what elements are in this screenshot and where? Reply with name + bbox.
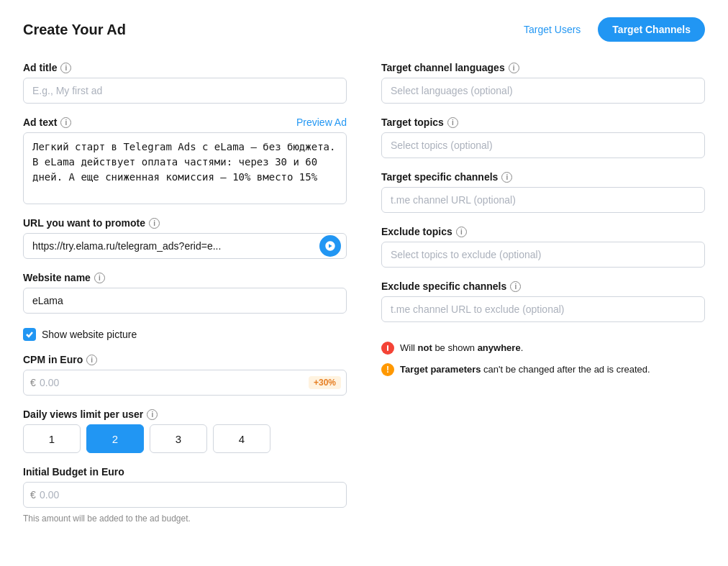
- warning-row-2: ! Target parameters can't be changed aft…: [381, 362, 705, 377]
- specific-channels-group: Target specific channels i: [381, 171, 705, 213]
- specific-channels-label: Target specific channels i: [381, 171, 705, 183]
- ad-text-textarea[interactable]: Легкий старт в Telegram Ads с eLama — бе…: [23, 132, 347, 204]
- url-input[interactable]: [23, 233, 347, 259]
- initial-budget-input[interactable]: [23, 482, 347, 508]
- website-name-label: Website name i: [23, 272, 347, 283]
- budget-helper-text: This amount will be added to the ad budg…: [23, 513, 347, 524]
- website-name-info-icon: i: [94, 273, 105, 283]
- website-name-input[interactable]: [23, 288, 347, 314]
- show-picture-row: Show website picture: [23, 328, 347, 341]
- budget-euro-prefix: €: [30, 489, 36, 501]
- target-topics-group: Target topics i: [381, 117, 705, 158]
- cpm-badge: +30%: [309, 376, 341, 389]
- target-channels-button[interactable]: Target Channels: [598, 17, 705, 42]
- exclude-channels-group: Exclude specific channels i: [381, 280, 705, 322]
- target-users-button[interactable]: Target Users: [515, 18, 589, 41]
- cpm-label: CPM in Euro i: [23, 354, 347, 365]
- warning-block: Will not be shown anywhere. ! Target par…: [381, 341, 705, 376]
- target-topics-label: Target topics i: [381, 117, 705, 128]
- header-buttons: Target Users Target Channels: [515, 17, 705, 42]
- url-navigate-icon[interactable]: [319, 235, 341, 257]
- cpm-euro-prefix: €: [30, 377, 36, 388]
- show-picture-label: Show website picture: [42, 329, 137, 340]
- cpm-input[interactable]: [23, 370, 347, 396]
- ad-text-info-icon: i: [60, 117, 71, 128]
- specific-channels-input[interactable]: [381, 187, 705, 213]
- channel-lang-label: Target channel languages i: [381, 62, 705, 73]
- cpm-wrapper: € +30%: [23, 370, 347, 396]
- target-topics-info-icon: i: [447, 117, 458, 128]
- exclude-channels-input[interactable]: [381, 296, 705, 322]
- warning-orange-icon: !: [381, 363, 394, 376]
- ad-text-group: Ad text i Preview Ad Легкий старт в Tele…: [23, 117, 347, 204]
- ad-text-label-row: Ad text i Preview Ad: [23, 117, 347, 128]
- ad-title-group: Ad title i: [23, 62, 347, 104]
- main-layout: Ad title i Ad text i Preview Ad Легкий с…: [23, 62, 705, 524]
- channel-lang-info-icon: i: [509, 63, 519, 73]
- page-title: Create Your Ad: [23, 22, 126, 38]
- initial-budget-group: Initial Budget in Euro € This amount wil…: [23, 466, 347, 524]
- views-limit-buttons: 1 2 3 4: [23, 424, 347, 453]
- channel-lang-input[interactable]: [381, 78, 705, 104]
- cpm-info-icon: i: [86, 355, 97, 365]
- exclude-topics-group: Exclude topics i: [381, 226, 705, 268]
- website-name-group: Website name i: [23, 272, 347, 314]
- ad-title-input[interactable]: [23, 78, 347, 104]
- views-limit-label: Daily views limit per user i: [23, 408, 347, 420]
- ad-text-label: Ad text i: [23, 117, 71, 128]
- cpm-group: CPM in Euro i € +30%: [23, 354, 347, 396]
- url-group: URL you want to promote i: [23, 217, 347, 259]
- exclude-topics-label: Exclude topics i: [381, 226, 705, 237]
- url-info-icon: i: [149, 218, 160, 229]
- page-header: Create Your Ad Target Users Target Chann…: [23, 17, 705, 42]
- views-btn-4[interactable]: 4: [213, 424, 270, 453]
- preview-ad-button[interactable]: Preview Ad: [296, 117, 347, 128]
- initial-budget-wrapper: €: [23, 482, 347, 508]
- views-btn-1[interactable]: 1: [23, 424, 81, 453]
- warning-red-icon: [381, 342, 394, 355]
- warning-text-2: Target parameters can't be changed after…: [400, 362, 650, 377]
- show-picture-checkbox[interactable]: [23, 328, 36, 341]
- initial-budget-label: Initial Budget in Euro: [23, 466, 347, 478]
- exclude-channels-label: Exclude specific channels i: [381, 280, 705, 292]
- warning-row-1: Will not be shown anywhere.: [381, 341, 705, 355]
- ad-title-label: Ad title i: [23, 62, 347, 73]
- target-topics-input[interactable]: [381, 132, 705, 158]
- views-limit-group: Daily views limit per user i 1 2 3 4: [23, 408, 347, 453]
- right-column: Target channel languages i Target topics…: [381, 62, 705, 524]
- views-btn-3[interactable]: 3: [150, 424, 207, 453]
- views-limit-info-icon: i: [147, 409, 158, 420]
- url-field-wrapper: [23, 233, 347, 259]
- left-column: Ad title i Ad text i Preview Ad Легкий с…: [23, 62, 347, 524]
- ad-title-info-icon: i: [60, 63, 71, 73]
- exclude-topics-input[interactable]: [381, 242, 705, 268]
- specific-channels-info-icon: i: [501, 172, 512, 183]
- exclude-topics-info-icon: i: [456, 227, 467, 237]
- warning-text-1: Will not be shown anywhere.: [400, 341, 523, 355]
- url-label: URL you want to promote i: [23, 217, 347, 229]
- channel-lang-group: Target channel languages i: [381, 62, 705, 104]
- exclude-channels-info-icon: i: [510, 281, 521, 292]
- views-btn-2[interactable]: 2: [86, 424, 144, 453]
